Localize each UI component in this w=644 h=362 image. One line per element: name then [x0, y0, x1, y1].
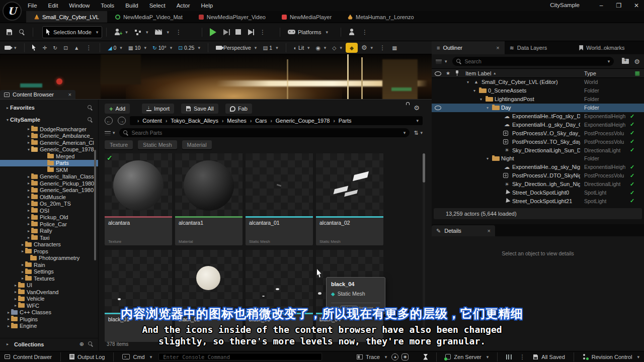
tree-expand-arrow[interactable]: ▸ [20, 242, 25, 247]
tree-item[interactable]: Merged [0, 153, 98, 160]
insights-button[interactable] [502, 351, 516, 362]
tree-expand-arrow[interactable]: ▸ [26, 222, 31, 226]
tree-expand-arrow[interactable]: ▸ [13, 283, 18, 288]
expand-arrow[interactable]: ▾ [487, 156, 492, 161]
asset-tab[interactable]: NewMediaPlayer_Video [191, 11, 274, 23]
vr-scouting-button[interactable]: ◆ [346, 43, 358, 53]
settings-overflow-menu[interactable]: ⋮ [359, 29, 371, 36]
chevron-down-icon[interactable]: ▾ [113, 130, 115, 135]
asset-tile[interactable]: alcantara1 Material [175, 153, 243, 245]
asset-tab[interactable]: MetaHuman_r_Lorenzo [340, 11, 422, 23]
tree-item[interactable]: ▸ Generic_American_Cl [0, 139, 98, 146]
all-saved-button[interactable]: All Saved [528, 351, 569, 362]
outliner-row[interactable]: ▾ Small_City_Cyber_LVL (Editor) World [432, 78, 644, 86]
tree-item[interactable]: ▸ Generic_Italian_Class [0, 173, 98, 180]
status-overflow-menu[interactable]: ⋮ [516, 353, 528, 360]
favorites-section[interactable]: ▸ Favorites [0, 103, 98, 113]
outliner-row[interactable]: ExponentialH..g_sky_Day_OG ExponentialHe… [432, 120, 644, 129]
surface-snap-button[interactable]: ◢0▾ [105, 42, 124, 53]
menu-item[interactable]: File [28, 3, 37, 9]
close-icon[interactable]: × [68, 92, 71, 98]
breadcrumb-item[interactable]: Parts [339, 118, 352, 124]
tree-item[interactable]: ▸ Generic_Sedan_1980 [0, 187, 98, 194]
filter-icon[interactable] [436, 59, 442, 64]
grid-snap-button[interactable]: ▦10▾ [126, 42, 149, 53]
stop-button[interactable] [232, 26, 245, 39]
camera-speed-button[interactable]: ▤1▾ [260, 42, 280, 53]
asset-tile[interactable]: ✓ alcantara Texture [105, 153, 172, 245]
tree-item[interactable]: Photogrammetry [0, 255, 98, 262]
tree-item[interactable]: ▸ OSI [0, 207, 98, 214]
outliner-row[interactable]: ExponentialHe..og_sky_Night ExponentialH… [432, 163, 644, 171]
outliner-settings-icon[interactable]: ⚙ [634, 58, 640, 65]
expand-arrow[interactable]: ▾ [487, 106, 492, 110]
citysample-root[interactable]: ▾ CitySample [0, 115, 98, 125]
add-actor-button[interactable]: +▾ [111, 26, 131, 39]
outliner-row[interactable]: ▾ Day Folder [432, 104, 644, 112]
item-label-column[interactable]: Item Label [465, 70, 491, 76]
tree-expand-arrow[interactable]: ▸ [26, 174, 31, 179]
breadcrumb-item[interactable]: Generic_Coupe_1978 [276, 118, 330, 124]
pin-column-icon[interactable] [455, 70, 459, 76]
output-log-button[interactable]: Output Log [65, 351, 109, 362]
device-preview-button[interactable] [345, 26, 359, 39]
menu-item[interactable]: Edit [48, 3, 58, 9]
rotate-tool[interactable]: ↻ [50, 42, 60, 53]
create-folder-icon[interactable] [622, 59, 629, 64]
tree-expand-arrow[interactable]: ▸ [13, 290, 18, 294]
chevron-down-icon[interactable]: ▾ [420, 130, 423, 135]
select-tool[interactable] [30, 42, 39, 53]
save-all-button[interactable]: Save All [181, 104, 218, 114]
maximize-button[interactable]: ❐ [611, 0, 626, 11]
tree-item[interactable]: ▸ Settings [0, 268, 98, 276]
forward-button[interactable]: → [118, 117, 126, 125]
scale-snap-button[interactable]: ⊡0.25▾ [176, 42, 203, 53]
outliner-row[interactable]: ▾ LightingandPost Folder [432, 95, 644, 104]
tree-expand-arrow[interactable]: ▸ [26, 127, 31, 131]
tree-item[interactable]: ▸ Rally [0, 228, 98, 235]
search-icon[interactable] [88, 105, 93, 111]
selection-mode-dropdown[interactable]: Selection Mode ▾ [42, 26, 102, 38]
expand-arrow[interactable]: ▾ [473, 88, 479, 93]
perspective-dropdown[interactable]: Perspective▾ [213, 42, 259, 53]
tree-expand-arrow[interactable]: ▸ [13, 297, 18, 301]
rotation-snap-button[interactable]: ↻10°▾ [150, 42, 175, 53]
expand-arrow[interactable]: ▾ [467, 80, 472, 84]
menu-item[interactable]: Window [69, 3, 90, 9]
menu-item[interactable]: Build [125, 3, 138, 9]
play-options-menu[interactable]: ⋮ [257, 29, 269, 36]
show-flags-dropdown[interactable]: ◉▾ [313, 42, 329, 53]
search-options-icon[interactable]: ▾ [404, 130, 406, 135]
search-icon[interactable] [88, 117, 93, 123]
launch-pad-icon[interactable]: ▲ [391, 353, 398, 360]
tab-outliner[interactable]: ≡ Outliner × [432, 41, 505, 54]
console-command-input[interactable] [159, 353, 321, 360]
asset-grid-scrollbar[interactable] [423, 153, 425, 332]
tree-expand-arrow[interactable]: ▸ [26, 140, 31, 145]
close-icon[interactable]: × [488, 228, 491, 234]
outliner-row[interactable]: Street_DockSpotLight0 SpotLight ✓ [432, 189, 644, 197]
asset-tab[interactable]: Small_City_Cyber_LVL [26, 11, 107, 23]
tree-expand-arrow[interactable]: ▸ [20, 276, 25, 281]
tree-item[interactable]: ▸ Props [0, 248, 98, 255]
add-button[interactable]: +Add [105, 104, 130, 114]
close-button[interactable]: ✕ [629, 0, 644, 11]
outliner-row[interactable]: Street_DockSpotLight21 SpotLight ✓ [432, 197, 644, 205]
tree-expand-arrow[interactable]: ▾ [26, 147, 31, 152]
menu-item[interactable]: Select [149, 3, 166, 9]
zen-server-dropdown[interactable]: Zen Server▾ [441, 351, 493, 362]
tree-item[interactable]: ▸ DodgeRamcharger [0, 126, 98, 133]
transform-overflow-menu[interactable]: ⋮ [83, 44, 95, 51]
breadcrumb-item[interactable]: Meshes [227, 118, 247, 124]
close-icon[interactable]: × [496, 45, 499, 51]
back-button[interactable]: ← [105, 117, 113, 125]
revision-control-dropdown[interactable]: Revision Control▾ [578, 351, 644, 362]
path-dropdown-icon[interactable]: ▾ [416, 118, 419, 123]
tree-item[interactable]: ▸ VanOverland [0, 289, 98, 296]
platforms-dropdown[interactable]: Platforms ▾ [284, 26, 332, 39]
tree-expand-arrow[interactable]: ▸ [20, 249, 25, 253]
move-tool[interactable]: ✛ [40, 42, 50, 53]
outliner-search-bar[interactable]: ▾ [452, 57, 614, 66]
tree-expand-arrow[interactable]: ▸ [20, 269, 25, 274]
chevron-down-icon[interactable]: ▾ [445, 59, 447, 64]
